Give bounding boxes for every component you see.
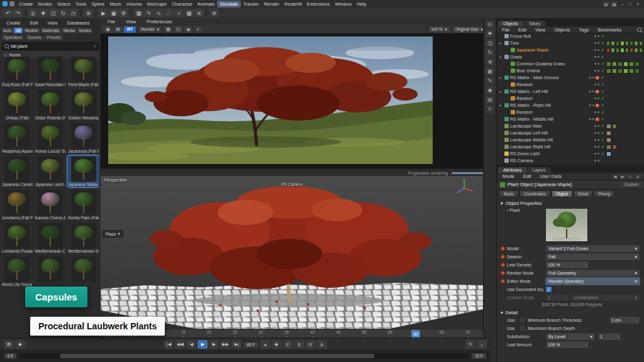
object-row[interactable]: Random✓ xyxy=(497,109,644,116)
material-chip[interactable] xyxy=(606,41,610,46)
enabled-check-icon[interactable]: ✓ xyxy=(601,41,605,46)
editor-visibility-dot[interactable] xyxy=(589,104,591,106)
season-dropdown[interactable]: Fall ▾ xyxy=(545,253,640,261)
enabled-check-icon[interactable]: ✓ xyxy=(601,96,605,101)
render-visibility-dot[interactable] xyxy=(597,63,599,65)
magnify-icon[interactable]: ◉ xyxy=(486,86,494,94)
goto-start-icon[interactable]: |◀ xyxy=(164,340,174,349)
asset-tab-nodes[interactable]: Nodes xyxy=(77,28,93,33)
menu-animate[interactable]: Animate xyxy=(195,1,218,8)
history-forward-icon[interactable]: ▶ xyxy=(619,174,626,179)
material-chip[interactable] xyxy=(611,48,614,53)
asset-item[interactable]: Juneberry (Fall Plant) xyxy=(1,189,33,221)
spinner-icon[interactable]: ↕ xyxy=(585,343,587,347)
material-chip[interactable] xyxy=(612,62,617,67)
editor-visibility-dot[interactable] xyxy=(594,35,596,37)
render-visibility-dot[interactable] xyxy=(592,118,594,120)
scale-unit-dropdown[interactable]: Centimeters ▾ xyxy=(571,293,640,302)
material-chip[interactable] xyxy=(612,69,617,74)
render-visibility-dot[interactable] xyxy=(592,90,594,92)
modes-icon[interactable]: ▦ xyxy=(486,67,494,75)
editor-visibility-dot[interactable] xyxy=(594,42,596,44)
zoom-dropdown[interactable]: 100 % ▾ xyxy=(428,26,450,33)
spinner-icon[interactable]: ↕ xyxy=(617,335,619,339)
render-visibility-dot[interactable] xyxy=(597,139,599,141)
render-dropdown[interactable]: Render ▾ xyxy=(138,26,162,33)
editor-visibility-dot[interactable] xyxy=(594,132,596,134)
material-chip[interactable] xyxy=(618,69,623,74)
render-visibility-dot[interactable] xyxy=(592,104,594,106)
enabled-check-icon[interactable]: ✓ xyxy=(601,138,605,143)
menu-tools[interactable]: Tools xyxy=(73,1,89,8)
playhead[interactable]: 60 xyxy=(411,330,420,337)
expand-arrow-icon[interactable]: ▾ xyxy=(499,89,503,94)
object-row[interactable]: ▾Tree✓ xyxy=(497,40,644,47)
material-chip[interactable] xyxy=(606,69,611,74)
asset-item[interactable]: Lombardy Poplar (Fall... xyxy=(1,222,33,254)
editor-visibility-dot[interactable] xyxy=(594,97,596,99)
asset-tab-media[interactable]: Media xyxy=(62,28,77,33)
next-frame-icon[interactable]: ▶ xyxy=(209,340,219,349)
property-tab-basic[interactable]: Basic xyxy=(499,190,518,197)
object-row[interactable]: ▾RS Matrix - Left Hill✓ xyxy=(497,88,644,95)
fields-icon[interactable]: ≈ xyxy=(174,9,184,17)
asset-tab-all[interactable]: All xyxy=(14,28,22,33)
object-row[interactable]: Random✓ xyxy=(497,95,644,102)
maximize-button[interactable]: □ xyxy=(626,1,634,7)
enabled-check-icon[interactable]: ✓ xyxy=(601,89,605,94)
sound-icon[interactable]: ♪ xyxy=(477,340,487,349)
compare-ab-icon[interactable]: ▤ xyxy=(114,26,122,33)
goto-end-icon[interactable]: ▶| xyxy=(231,340,242,349)
layout-grid-icon[interactable]: ▦ xyxy=(611,1,618,7)
editor-visibility-dot[interactable] xyxy=(594,146,596,148)
render-visibility-dot[interactable] xyxy=(597,125,599,127)
minimize-button[interactable]: – xyxy=(619,1,626,7)
range-end-field[interactable]: 72 F xyxy=(471,353,487,359)
render-settings-icon[interactable]: ⚙ xyxy=(119,9,128,17)
render-region-icon[interactable]: ◱ xyxy=(174,26,182,33)
object-row[interactable]: Landscape Main✓ xyxy=(497,123,644,129)
asset-item[interactable]: Jacaranda (Fall Plant) xyxy=(67,122,99,154)
simulation-icon[interactable]: ≋ xyxy=(194,9,204,17)
asset-item[interactable] xyxy=(35,255,67,287)
record-keyframe-icon[interactable]: ● xyxy=(260,340,270,349)
editor-visibility-dot[interactable] xyxy=(589,118,591,120)
menu-spline[interactable]: Spline xyxy=(89,1,107,8)
enabled-check-icon[interactable]: ✓ xyxy=(601,145,605,150)
editor-visibility-dot[interactable] xyxy=(589,77,591,79)
place-tool-chip[interactable]: Place ▾ xyxy=(103,230,123,238)
add-primitive-icon[interactable]: ▦ xyxy=(134,9,143,17)
asset-item[interactable]: Ginkgo (Fall) xyxy=(1,89,33,121)
material-chip[interactable] xyxy=(606,145,611,150)
asset-item[interactable] xyxy=(67,255,99,287)
enabled-check-icon[interactable]: ✓ xyxy=(601,124,605,129)
material-chip[interactable] xyxy=(629,69,634,74)
aov-select-icon[interactable]: ▦ xyxy=(164,26,172,33)
editor-visibility-dot[interactable] xyxy=(594,153,596,155)
render-visibility-dot[interactable] xyxy=(592,77,594,79)
material-chip[interactable] xyxy=(639,41,643,46)
object-menu-view[interactable]: View xyxy=(533,26,548,33)
keyframe-dot[interactable] xyxy=(501,263,505,267)
keyframe-dot[interactable] xyxy=(501,271,505,275)
asset-subtab-presets[interactable]: Presets xyxy=(45,35,64,40)
object-row[interactable]: RS Camera xyxy=(497,157,644,164)
menu-select[interactable]: Select xyxy=(55,1,73,8)
min-branch-field[interactable]: 1 cm ↕ xyxy=(609,316,640,324)
object-row[interactable]: Common Quaking Grass✓ xyxy=(497,60,644,67)
asset-menu-view[interactable]: View xyxy=(45,19,60,26)
object-row[interactable]: Random✓ xyxy=(497,81,644,88)
enabled-check-icon[interactable]: ✓ xyxy=(601,151,605,156)
expand-arrow-icon[interactable]: ▾ xyxy=(499,75,503,80)
material-chip[interactable] xyxy=(634,41,638,46)
keyframe-dot[interactable] xyxy=(501,279,505,283)
asset-item[interactable]: Golden Weeping Willo... xyxy=(67,89,99,121)
material-chip[interactable] xyxy=(606,62,611,67)
asset-tab-materials[interactable]: Materials xyxy=(41,28,61,33)
asset-subtab-scenes[interactable]: Scenes xyxy=(25,35,44,40)
editor-visibility-dot[interactable] xyxy=(594,49,596,51)
asset-item[interactable]: Japanese Camellia (Fa... xyxy=(1,155,33,187)
editor-visibility-dot[interactable] xyxy=(594,139,596,141)
enabled-check-icon[interactable]: ✓ xyxy=(601,48,605,53)
material-chip[interactable] xyxy=(606,124,611,129)
